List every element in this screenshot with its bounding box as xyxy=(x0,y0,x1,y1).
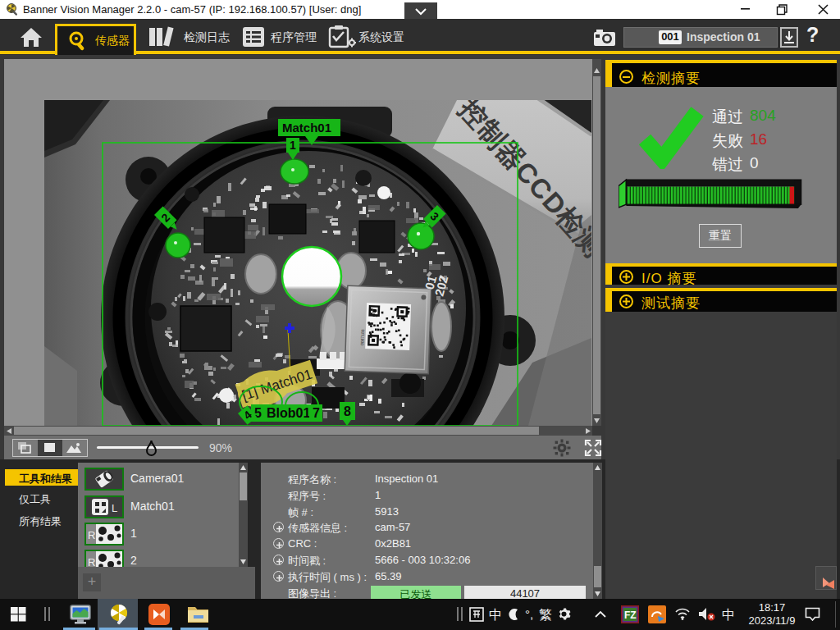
svg-text:L: L xyxy=(112,502,117,514)
svg-text:1: 1 xyxy=(290,139,296,152)
svg-text:0087188: 0087188 xyxy=(359,329,365,345)
svg-text:7: 7 xyxy=(313,406,320,420)
svg-text:8: 8 xyxy=(344,404,351,418)
svg-text:FZ: FZ xyxy=(624,609,637,621)
svg-text:R: R xyxy=(88,529,95,541)
svg-text:Blob01: Blob01 xyxy=(267,406,310,420)
svg-text:Match01: Match01 xyxy=(282,121,331,135)
